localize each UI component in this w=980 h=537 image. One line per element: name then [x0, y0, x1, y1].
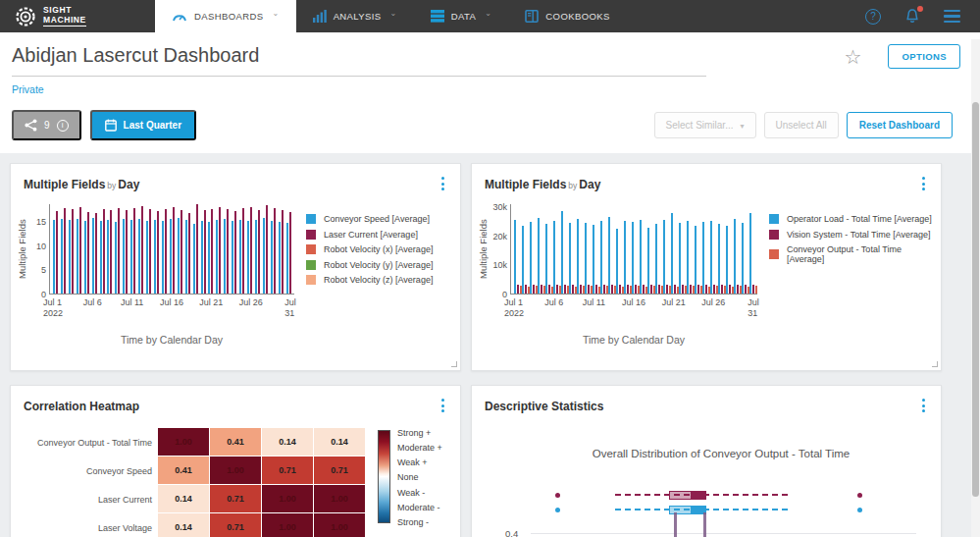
bar: [647, 228, 649, 294]
bar-group: [154, 211, 159, 294]
heatmap-cell: 1.00: [210, 456, 262, 485]
bar: [635, 285, 637, 294]
bar: [239, 220, 241, 294]
bar: [585, 223, 587, 294]
tab-cookbooks[interactable]: COOKBOOKS: [508, 0, 626, 32]
bar: [271, 221, 273, 294]
bar: [569, 223, 571, 294]
legend-item: Conveyor Output - Total Time [Average]: [769, 244, 935, 264]
help-icon[interactable]: [865, 9, 881, 25]
bar-group: [162, 209, 167, 294]
bar: [643, 285, 645, 294]
bar: [517, 285, 519, 294]
box-plot-chart: Overall Distribution of Conveyor Output …: [472, 448, 941, 537]
bar-group: [53, 211, 58, 294]
title-underline: Abidjan Lasercut Dashboard: [12, 44, 706, 77]
bar-group: [216, 207, 221, 294]
bar-group: [522, 226, 530, 294]
bar: [79, 207, 81, 294]
bar-group: [224, 209, 229, 294]
y-tick-label: 0.4: [505, 528, 518, 537]
bar-group: [577, 219, 585, 294]
box-plot-area: [531, 491, 911, 520]
bar-group: [193, 204, 198, 294]
vertical-scrollbar: [971, 39, 980, 537]
heatmap-cell: 1.00: [262, 485, 314, 513]
tab-data[interactable]: DATA: [414, 0, 509, 32]
privacy-link[interactable]: Private: [12, 83, 44, 95]
reset-dashboard-button[interactable]: Reset Dashboard: [847, 112, 953, 138]
scrollbar-thumb[interactable]: [972, 102, 979, 497]
bar: [624, 221, 626, 294]
bar: [56, 211, 58, 294]
options-button[interactable]: OPTIONS: [888, 44, 960, 69]
x-tick-label: Jul 11: [583, 297, 605, 308]
bar-group: [247, 207, 252, 294]
bar: [286, 223, 288, 294]
bell-icon[interactable]: [904, 8, 920, 25]
bar: [247, 221, 249, 294]
tab-label: DASHBOARDS: [194, 11, 264, 22]
tab-dashboards[interactable]: DASHBOARDS: [155, 0, 296, 32]
bar: [705, 285, 707, 294]
bar: [545, 224, 547, 294]
legend-swatch: [306, 230, 316, 240]
colorbar-label: None: [397, 472, 442, 482]
bar: [170, 219, 172, 294]
resize-handle[interactable]: [451, 361, 457, 367]
histogram-line: [703, 512, 706, 537]
bar: [224, 219, 226, 294]
bar: [525, 285, 527, 294]
tab-analysis[interactable]: ANALYSIS: [296, 0, 414, 32]
bar: [178, 218, 180, 294]
menu-icon[interactable]: [944, 10, 960, 24]
bar: [737, 285, 739, 294]
legend-label: Operator Load - Total Time [Average]: [787, 214, 932, 224]
legend-item: Robot Velocity (y) [Average]: [306, 260, 433, 270]
kebab-menu-icon[interactable]: [438, 175, 448, 192]
unselect-all-button[interactable]: Unselect All: [764, 112, 839, 138]
x-tick-label: Jul 1 2022: [504, 297, 524, 320]
brand-text: SIGHT MACHINE: [43, 6, 86, 27]
bar: [118, 208, 120, 294]
bar: [211, 209, 213, 294]
bar: [697, 285, 699, 294]
bar: [682, 285, 684, 294]
share-button[interactable]: 9: [12, 110, 81, 140]
kebab-menu-icon[interactable]: [918, 397, 929, 414]
heatmap-cell: 0.14: [314, 428, 366, 456]
bar: [69, 220, 71, 294]
y-tick-label: 30k: [492, 202, 507, 212]
bar-group: [61, 208, 66, 294]
bar: [530, 222, 532, 294]
brand-logo[interactable]: SIGHT MACHINE: [0, 0, 155, 32]
bar-group: [687, 221, 695, 294]
bar: [123, 219, 125, 294]
bar: [632, 222, 634, 294]
calendar-icon: [105, 119, 117, 132]
dashboard-content: Multiple FieldsbyDay Multiple Fields0510…: [0, 153, 980, 537]
box-plot-row: [531, 506, 911, 514]
legend-item: Conveyor Speed [Average]: [306, 214, 433, 224]
kebab-menu-icon[interactable]: [918, 175, 929, 192]
heatmap-row-label: Laser Voltage: [11, 523, 158, 533]
bar: [749, 213, 751, 295]
bar: [92, 218, 94, 294]
select-similar-button[interactable]: Select Similar...: [654, 112, 756, 138]
bar-chart-icon: [313, 10, 327, 23]
bar-group: [208, 209, 213, 294]
bar-group: [530, 222, 538, 294]
kebab-menu-icon[interactable]: [438, 397, 448, 414]
bar: [258, 210, 260, 294]
time-range-button[interactable]: Last Quarter: [90, 110, 196, 140]
bar: [752, 285, 754, 294]
y-tick-label: 5: [41, 265, 46, 275]
bar: [250, 207, 252, 294]
star-icon[interactable]: [845, 47, 862, 67]
bar: [208, 222, 210, 294]
bar: [726, 226, 728, 294]
colorbar-label: Strong +: [397, 428, 442, 438]
info-icon: [57, 120, 69, 132]
bar-group: [100, 209, 105, 294]
resize-handle[interactable]: [932, 361, 938, 367]
